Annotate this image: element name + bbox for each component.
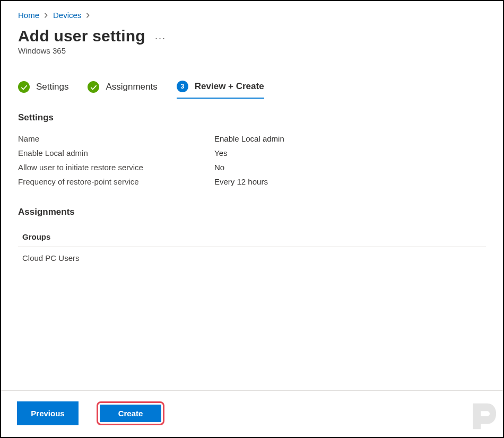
breadcrumb-link-home[interactable]: Home [18,11,39,20]
table-header-groups: Groups [18,226,486,247]
page-subtitle: Windows 365 [18,46,486,55]
settings-key: Frequency of restore-point service [18,177,214,186]
previous-button[interactable]: Previous [17,401,79,425]
step-number-icon: 3 [177,81,188,92]
section-heading-assignments: Assignments [18,207,486,217]
settings-row: Frequency of restore-point service Every… [18,174,486,189]
checkmark-icon [18,81,30,93]
settings-row: Allow user to initiate restore service N… [18,160,486,174]
settings-key: Enable Local admin [18,148,214,157]
settings-summary: Name Enable Local admin Enable Local adm… [18,132,486,189]
chevron-right-icon [85,13,91,18]
settings-value: Enable Local admin [214,134,284,143]
section-heading-settings: Settings [18,112,486,123]
more-options-icon[interactable]: ··· [155,29,166,44]
page-title: Add user setting [18,27,145,45]
settings-row: Name Enable Local admin [18,132,486,146]
settings-value: Every 12 hours [214,177,268,186]
settings-key: Allow user to initiate restore service [18,163,214,172]
step-label: Settings [36,82,68,92]
wizard-steps: Settings Assignments 3 Review + Create [18,81,486,99]
step-label: Review + Create [195,81,264,92]
settings-key: Name [18,134,214,143]
settings-value: Yes [214,148,227,157]
checkmark-icon [88,81,99,93]
breadcrumb-link-devices[interactable]: Devices [53,11,81,20]
breadcrumb: Home Devices [18,11,486,20]
create-button[interactable]: Create [100,405,161,422]
step-tab-assignments[interactable]: Assignments [88,81,157,99]
create-button-highlight: Create [97,401,164,425]
settings-row: Enable Local admin Yes [18,146,486,160]
wizard-footer: Previous Create [1,390,503,437]
table-row: Cloud PC Users [18,247,486,269]
chevron-right-icon [44,13,49,18]
assignments-table: Groups Cloud PC Users [18,226,486,269]
step-tab-settings[interactable]: Settings [18,81,68,99]
settings-value: No [214,163,224,172]
step-label: Assignments [106,82,157,92]
step-tab-review-create[interactable]: 3 Review + Create [177,81,264,99]
watermark-icon [468,401,499,434]
